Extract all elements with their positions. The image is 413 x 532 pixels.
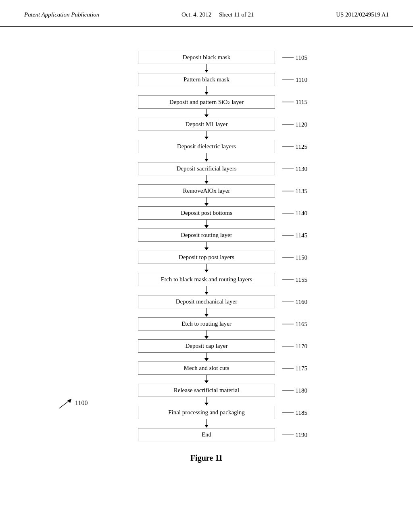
flow-box: RemoveAlOx layer: [138, 184, 275, 197]
header-patent-number: US 2012/0249519 A1: [336, 11, 389, 18]
flow-ref-label: 1175: [282, 365, 307, 372]
flow-ref-label: 1105: [282, 54, 307, 61]
flow-box: Pattern black mask: [138, 73, 275, 86]
header-date-sheet: Oct. 4, 2012 Sheet 11 of 21: [181, 11, 254, 18]
flow-box: Deposit and pattern SiO₂ layer: [138, 95, 275, 109]
flow-step: End1190: [138, 428, 275, 441]
header-sheet: Sheet 11 of 21: [219, 11, 254, 18]
figure-caption: Figure 11: [190, 453, 223, 463]
flow-step: Deposit cap layer1170: [138, 339, 275, 362]
flow-step: Etch to routing layer1165: [138, 317, 275, 339]
flow-step: Deposit black mask1105: [138, 51, 275, 73]
flow-step: Release sacrificial material1180: [138, 384, 275, 406]
flow-step: Pattern black mask1110: [138, 73, 275, 95]
flow-box: Mech and slot cuts: [138, 362, 275, 375]
flow-ref-label: 1135: [282, 187, 307, 194]
flow-ref-label: 1125: [282, 143, 307, 150]
flow-box: Deposit mechanical layer: [138, 295, 275, 308]
flow-box: Final processing and packaging: [138, 406, 275, 419]
flow-box: Release sacrificial material: [138, 384, 275, 397]
flow-ref-label: 1120: [282, 121, 307, 128]
flow-ref-label: 1150: [282, 254, 307, 261]
flow-step: Deposit mechanical layer1160: [138, 295, 275, 317]
flow-ref-label: 1185: [282, 409, 307, 416]
flow-ref-label: 1190: [282, 431, 307, 438]
flow-ref-label: 1180: [282, 387, 307, 394]
flow-box: Etch to routing layer: [138, 317, 275, 330]
flow-step: Deposit M1 layer1120: [138, 118, 275, 140]
flow-step: Deposit sacrificial layers1130: [138, 162, 275, 184]
flow-ref-label: 1170: [282, 343, 307, 349]
flow-ref-label: 1115: [282, 99, 307, 106]
flow-ref-label: 1155: [282, 276, 307, 283]
diagram-id: 1100: [57, 397, 88, 409]
header-publication: Patent Application Publication: [24, 11, 99, 18]
flow-step: Deposit top post layers1150: [138, 251, 275, 273]
flow-ref-label: 1110: [282, 76, 307, 83]
flow-box: Etch to black mask and routing layers: [138, 273, 275, 286]
flow-box: Deposit M1 layer: [138, 118, 275, 131]
flow-ref-label: 1140: [282, 210, 307, 216]
flow-step: Deposit dielectric layers1125: [138, 140, 275, 162]
header-date: Oct. 4, 2012: [181, 11, 211, 18]
page-header: Patent Application Publication Oct. 4, 2…: [0, 0, 413, 27]
flow-step: Final processing and packaging1185: [138, 406, 275, 428]
flow-box: Deposit black mask: [138, 51, 275, 64]
page-content: Deposit black mask1105Pattern black mask…: [0, 27, 413, 479]
flow-box: Deposit sacrificial layers: [138, 162, 275, 175]
flow-step: Deposit post bottoms1140: [138, 206, 275, 229]
flowchart: Deposit black mask1105Pattern black mask…: [138, 51, 275, 441]
flow-step: Deposit and pattern SiO₂ layer1115: [138, 95, 275, 118]
flow-step: Deposit routing layer1145: [138, 229, 275, 251]
flow-box: Deposit top post layers: [138, 251, 275, 264]
flow-step: RemoveAlOx layer1135: [138, 184, 275, 206]
flow-ref-label: 1145: [282, 232, 307, 239]
flow-step: Mech and slot cuts1175: [138, 362, 275, 384]
flow-box: Deposit cap layer: [138, 339, 275, 353]
flow-box: Deposit dielectric layers: [138, 140, 275, 153]
flow-box: End: [138, 428, 275, 441]
flow-box: Deposit post bottoms: [138, 206, 275, 220]
flow-ref-label: 1165: [282, 320, 307, 327]
flow-box: Deposit routing layer: [138, 229, 275, 242]
svg-marker-1: [67, 399, 71, 403]
flow-ref-label: 1130: [282, 165, 307, 172]
flow-step: Etch to black mask and routing layers115…: [138, 273, 275, 295]
flow-ref-label: 1160: [282, 298, 307, 305]
